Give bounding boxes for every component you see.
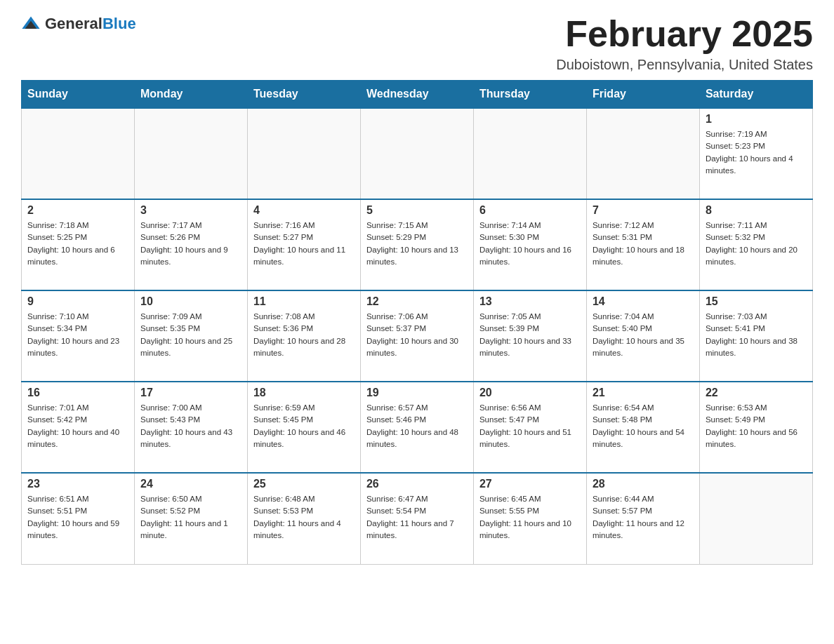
day-number: 12	[366, 295, 468, 308]
header-wednesday: Wednesday	[360, 81, 473, 109]
day-number: 7	[593, 204, 694, 217]
calendar-header-row: SundayMondayTuesdayWednesdayThursdayFrid…	[22, 81, 813, 109]
day-info: Sunrise: 6:57 AMSunset: 5:46 PMDaylight:…	[366, 402, 468, 450]
header-monday: Monday	[134, 81, 247, 109]
day-number: 14	[593, 295, 694, 308]
calendar-cell: 9Sunrise: 7:10 AMSunset: 5:34 PMDaylight…	[22, 290, 135, 382]
title-block: February 2025 Duboistown, Pennsylvania, …	[556, 14, 813, 73]
day-info: Sunrise: 7:03 AMSunset: 5:41 PMDaylight:…	[706, 311, 807, 359]
calendar-subtitle: Duboistown, Pennsylvania, United States	[556, 57, 813, 73]
calendar-table: SundayMondayTuesdayWednesdayThursdayFrid…	[21, 80, 813, 565]
calendar-cell: 19Sunrise: 6:57 AMSunset: 5:46 PMDayligh…	[360, 382, 473, 473]
day-info: Sunrise: 7:12 AMSunset: 5:31 PMDaylight:…	[593, 220, 694, 268]
day-number: 23	[27, 478, 128, 490]
header-tuesday: Tuesday	[247, 81, 360, 109]
calendar-cell: 1Sunrise: 7:19 AMSunset: 5:23 PMDaylight…	[699, 108, 812, 199]
day-info: Sunrise: 6:47 AMSunset: 5:54 PMDaylight:…	[366, 493, 468, 542]
day-number: 15	[706, 295, 807, 308]
day-number: 8	[706, 204, 807, 217]
day-info: Sunrise: 7:17 AMSunset: 5:26 PMDaylight:…	[140, 220, 241, 268]
calendar-title: February 2025	[556, 14, 813, 54]
logo: GeneralBlue	[21, 14, 136, 34]
day-info: Sunrise: 7:16 AMSunset: 5:27 PMDaylight:…	[253, 220, 355, 268]
day-number: 5	[366, 204, 468, 217]
day-number: 17	[140, 387, 241, 399]
calendar-cell: 27Sunrise: 6:45 AMSunset: 5:55 PMDayligh…	[473, 473, 586, 564]
calendar-cell: 24Sunrise: 6:50 AMSunset: 5:52 PMDayligh…	[134, 473, 247, 564]
day-number: 18	[253, 387, 355, 399]
day-number: 19	[366, 387, 468, 399]
calendar-cell: 10Sunrise: 7:09 AMSunset: 5:35 PMDayligh…	[134, 290, 247, 382]
day-info: Sunrise: 6:51 AMSunset: 5:51 PMDaylight:…	[27, 493, 128, 542]
day-number: 1	[706, 113, 807, 126]
calendar-cell: 2Sunrise: 7:18 AMSunset: 5:25 PMDaylight…	[22, 199, 135, 290]
day-number: 13	[479, 295, 581, 308]
calendar-cell: 12Sunrise: 7:06 AMSunset: 5:37 PMDayligh…	[360, 290, 473, 382]
day-number: 4	[253, 204, 355, 217]
calendar-cell: 28Sunrise: 6:44 AMSunset: 5:57 PMDayligh…	[586, 473, 699, 564]
day-info: Sunrise: 6:44 AMSunset: 5:57 PMDaylight:…	[593, 493, 694, 542]
day-info: Sunrise: 7:14 AMSunset: 5:30 PMDaylight:…	[479, 220, 581, 268]
day-info: Sunrise: 6:53 AMSunset: 5:49 PMDaylight:…	[706, 402, 807, 450]
calendar-cell	[586, 108, 699, 199]
calendar-cell: 13Sunrise: 7:05 AMSunset: 5:39 PMDayligh…	[473, 290, 586, 382]
day-number: 16	[27, 387, 128, 399]
calendar-cell: 23Sunrise: 6:51 AMSunset: 5:51 PMDayligh…	[22, 473, 135, 564]
calendar-cell	[22, 108, 135, 199]
calendar-cell: 15Sunrise: 7:03 AMSunset: 5:41 PMDayligh…	[699, 290, 812, 382]
day-info: Sunrise: 7:19 AMSunset: 5:23 PMDaylight:…	[706, 128, 807, 177]
day-number: 3	[140, 204, 241, 217]
calendar-cell: 26Sunrise: 6:47 AMSunset: 5:54 PMDayligh…	[360, 473, 473, 564]
week-row-2: 2Sunrise: 7:18 AMSunset: 5:25 PMDaylight…	[22, 199, 813, 290]
calendar-cell: 11Sunrise: 7:08 AMSunset: 5:36 PMDayligh…	[247, 290, 360, 382]
calendar-cell: 22Sunrise: 6:53 AMSunset: 5:49 PMDayligh…	[699, 382, 812, 473]
day-info: Sunrise: 7:04 AMSunset: 5:40 PMDaylight:…	[593, 311, 694, 359]
day-number: 9	[27, 295, 128, 308]
calendar-cell: 3Sunrise: 7:17 AMSunset: 5:26 PMDaylight…	[134, 199, 247, 290]
day-info: Sunrise: 6:54 AMSunset: 5:48 PMDaylight:…	[593, 402, 694, 450]
week-row-4: 16Sunrise: 7:01 AMSunset: 5:42 PMDayligh…	[22, 382, 813, 473]
week-row-3: 9Sunrise: 7:10 AMSunset: 5:34 PMDaylight…	[22, 290, 813, 382]
calendar-cell: 5Sunrise: 7:15 AMSunset: 5:29 PMDaylight…	[360, 199, 473, 290]
day-number: 28	[593, 478, 694, 490]
day-info: Sunrise: 7:18 AMSunset: 5:25 PMDaylight:…	[27, 220, 128, 268]
day-number: 27	[479, 478, 581, 490]
calendar-cell	[473, 108, 586, 199]
logo-text-blue: Blue	[102, 15, 136, 32]
calendar-cell: 16Sunrise: 7:01 AMSunset: 5:42 PMDayligh…	[22, 382, 135, 473]
day-info: Sunrise: 7:15 AMSunset: 5:29 PMDaylight:…	[366, 220, 468, 268]
calendar-cell	[360, 108, 473, 199]
calendar-cell	[134, 108, 247, 199]
calendar-cell: 6Sunrise: 7:14 AMSunset: 5:30 PMDaylight…	[473, 199, 586, 290]
header-saturday: Saturday	[699, 81, 812, 109]
header-thursday: Thursday	[473, 81, 586, 109]
calendar-cell: 18Sunrise: 6:59 AMSunset: 5:45 PMDayligh…	[247, 382, 360, 473]
day-number: 10	[140, 295, 241, 308]
day-info: Sunrise: 6:59 AMSunset: 5:45 PMDaylight:…	[253, 402, 355, 450]
day-info: Sunrise: 7:11 AMSunset: 5:32 PMDaylight:…	[706, 220, 807, 268]
day-info: Sunrise: 6:50 AMSunset: 5:52 PMDaylight:…	[140, 493, 241, 542]
day-info: Sunrise: 7:06 AMSunset: 5:37 PMDaylight:…	[366, 311, 468, 359]
day-number: 20	[479, 387, 581, 399]
calendar-cell: 17Sunrise: 7:00 AMSunset: 5:43 PMDayligh…	[134, 382, 247, 473]
calendar-cell: 21Sunrise: 6:54 AMSunset: 5:48 PMDayligh…	[586, 382, 699, 473]
calendar-cell: 20Sunrise: 6:56 AMSunset: 5:47 PMDayligh…	[473, 382, 586, 473]
day-number: 25	[253, 478, 355, 490]
calendar-cell: 8Sunrise: 7:11 AMSunset: 5:32 PMDaylight…	[699, 199, 812, 290]
calendar-cell: 25Sunrise: 6:48 AMSunset: 5:53 PMDayligh…	[247, 473, 360, 564]
day-info: Sunrise: 7:01 AMSunset: 5:42 PMDaylight:…	[27, 402, 128, 450]
day-number: 6	[479, 204, 581, 217]
header-sunday: Sunday	[22, 81, 135, 109]
day-info: Sunrise: 6:45 AMSunset: 5:55 PMDaylight:…	[479, 493, 581, 542]
page-header: GeneralBlue February 2025 Duboistown, Pe…	[21, 14, 813, 73]
week-row-1: 1Sunrise: 7:19 AMSunset: 5:23 PMDaylight…	[22, 108, 813, 199]
calendar-cell: 14Sunrise: 7:04 AMSunset: 5:40 PMDayligh…	[586, 290, 699, 382]
day-number: 26	[366, 478, 468, 490]
day-number: 22	[706, 387, 807, 399]
day-number: 21	[593, 387, 694, 399]
day-info: Sunrise: 7:10 AMSunset: 5:34 PMDaylight:…	[27, 311, 128, 359]
calendar-cell: 4Sunrise: 7:16 AMSunset: 5:27 PMDaylight…	[247, 199, 360, 290]
week-row-5: 23Sunrise: 6:51 AMSunset: 5:51 PMDayligh…	[22, 473, 813, 564]
day-info: Sunrise: 6:48 AMSunset: 5:53 PMDaylight:…	[253, 493, 355, 542]
calendar-cell	[699, 473, 812, 564]
